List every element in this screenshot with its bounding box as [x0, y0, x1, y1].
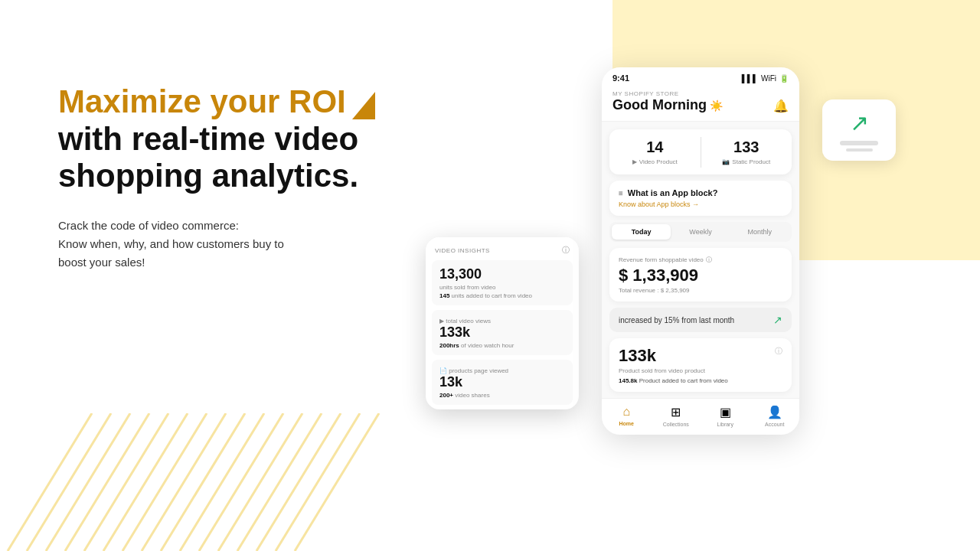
chart-card: ↗ [822, 99, 896, 161]
chart-line-2 [846, 148, 873, 152]
phone-right: 9:41 ▌▌▌ WiFi 🔋 MY SHOPIFY STORE Good Mo… [602, 67, 799, 435]
svg-line-3 [65, 413, 149, 551]
subtext: Crack the code of video commerce: Know w… [58, 217, 426, 272]
app-block-link[interactable]: Know about App blocks → [619, 201, 782, 208]
home-icon: ⌂ [622, 405, 630, 419]
tab-section: Today Weekly Monthly [609, 222, 792, 242]
svg-line-15 [295, 413, 379, 551]
sold-cart: 145.8k Product added to cart from video [619, 377, 728, 384]
status-bar: 9:41 ▌▌▌ WiFi 🔋 [602, 67, 799, 86]
status-icons: ▌▌▌ WiFi 🔋 [742, 74, 789, 83]
sold-label: Product sold from video product [619, 367, 728, 374]
bottom-nav: ⌂ Home ⊞ Collections ▣ Library 👤 Account [602, 398, 799, 435]
wifi-icon: WiFi [761, 74, 776, 83]
increase-badge: increased by 15% from last month ↗ [609, 308, 792, 332]
status-time: 9:41 [612, 73, 629, 83]
svg-line-5 [103, 413, 188, 551]
decorative-lines [0, 413, 383, 551]
nav-home-label: Home [619, 421, 634, 426]
battery-icon: 🔋 [779, 74, 789, 83]
tab-monthly[interactable]: Monthly [730, 224, 789, 240]
bell-icon[interactable]: 🔔 [773, 99, 789, 113]
sun-icon: ☀️ [710, 99, 723, 112]
sold-info-icon: ⓘ [775, 346, 782, 357]
stat3-icon-label: 📄 products page viewed [439, 367, 565, 374]
collections-icon: ⊞ [671, 405, 681, 419]
library-icon: ▣ [720, 405, 731, 419]
insights-stat-1: 13,300 units sold from video 145 units a… [432, 260, 573, 305]
stat2-number: 133k [439, 324, 565, 341]
stat1-number: 13,300 [439, 266, 565, 282]
tab-weekly[interactable]: Weekly [671, 224, 730, 240]
triangle-accent [352, 92, 375, 119]
revenue-label: Revenue form shoppable video ⓘ [619, 256, 782, 264]
sold-number: 133k [619, 346, 728, 366]
stat3-sub: 200+ video shares [439, 392, 565, 399]
increase-text: increased by 15% from last month [619, 316, 734, 324]
sold-section: 133k Product sold from video product 145… [609, 338, 792, 392]
revenue-total: Total revenue : $ 2,35,909 [619, 287, 782, 294]
stat-static-product: 133 📷 Static Product [701, 129, 792, 174]
headline-colored: Maximize your ROI [58, 83, 346, 119]
stat2-icon-label: ▶ total video views [439, 318, 565, 324]
svg-line-11 [218, 413, 302, 551]
revenue-info-icon: ⓘ [706, 256, 712, 264]
svg-line-2 [46, 413, 130, 551]
nav-home[interactable]: ⌂ Home [602, 405, 652, 427]
svg-line-6 [122, 413, 207, 551]
store-info: MY SHOPIFY STORE Good Morning ☀️ [612, 90, 723, 113]
svg-line-9 [180, 413, 264, 551]
phone-left: VIDEO INSIGHTS ⓘ 13,300 units sold from … [426, 237, 579, 409]
stat-video-label: ▶ Video Product [614, 158, 696, 165]
signal-icon: ▌▌▌ [742, 74, 758, 83]
insights-stat-3: 📄 products page viewed 13k 200+ video sh… [432, 360, 573, 405]
video-views-icon: ▶ [439, 318, 444, 324]
nav-library[interactable]: ▣ Library [701, 405, 750, 427]
video-insights-title: VIDEO INSIGHTS [435, 247, 490, 254]
headline-black: with real-time video shopping analytics. [58, 121, 426, 195]
stat-static-number: 133 [706, 139, 788, 156]
nav-account[interactable]: 👤 Account [750, 405, 800, 427]
stats-card: 14 ▶ Video Product 133 📷 Static Product [609, 129, 792, 174]
nav-library-label: Library [717, 422, 733, 427]
left-content: Maximize your ROI with real-time video s… [58, 84, 426, 272]
svg-line-14 [276, 413, 360, 551]
stat1-label: units sold from video [439, 284, 565, 291]
video-icon: ▶ [632, 158, 637, 165]
stat3-number: 13k [439, 374, 565, 390]
svg-line-8 [161, 413, 245, 551]
hamburger-icon: ≡ [619, 189, 623, 197]
account-icon: 👤 [767, 405, 782, 419]
stat-video-number: 14 [614, 139, 696, 156]
nav-account-label: Account [765, 422, 784, 427]
svg-line-13 [256, 413, 341, 551]
svg-line-4 [84, 413, 168, 551]
chart-arrow-icon: ↗ [850, 109, 869, 136]
sold-info: 133k Product sold from video product 145… [619, 346, 728, 384]
nav-collections-label: Collections [663, 422, 689, 427]
revenue-section: Revenue form shoppable video ⓘ $ 1,33,90… [609, 248, 792, 302]
small-phone-header: VIDEO INSIGHTS ⓘ [426, 237, 579, 260]
svg-line-12 [237, 413, 322, 551]
nav-collections[interactable]: ⊞ Collections [652, 405, 701, 427]
svg-line-1 [27, 413, 111, 551]
store-label: MY SHOPIFY STORE [612, 90, 723, 97]
svg-line-7 [142, 413, 226, 551]
stat2-sub: 200hrs of video watch hour [439, 342, 565, 349]
stat-video-product: 14 ▶ Video Product [609, 129, 701, 174]
tab-today[interactable]: Today [612, 224, 671, 240]
video-insights-info-icon: ⓘ [562, 245, 570, 256]
insights-stat-2: ▶ total video views 133k 200hrs of video… [432, 310, 573, 355]
svg-line-10 [199, 413, 283, 551]
products-page-icon: 📄 [439, 367, 447, 374]
svg-line-0 [8, 413, 92, 551]
stat1-sub: 145 units added to cart from video [439, 292, 565, 299]
stat-static-label: 📷 Static Product [706, 158, 788, 165]
app-block-section: ≡ What is an App block? Know about App b… [609, 181, 792, 216]
revenue-amount: $ 1,33,909 [619, 266, 782, 285]
increase-arrow-icon: ↗ [773, 314, 782, 326]
static-icon: 📷 [722, 158, 730, 165]
chart-line-1 [840, 141, 878, 145]
greeting: Good Morning ☀️ [612, 97, 723, 113]
app-block-title: ≡ What is an App block? [619, 188, 782, 197]
